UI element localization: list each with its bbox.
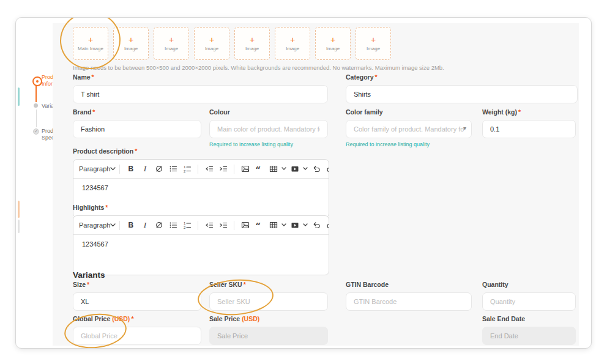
product-form-card: Product Information Variants ✓ Product S… xyxy=(15,17,592,349)
insert-image-button[interactable] xyxy=(238,162,252,176)
plus-icon: + xyxy=(88,35,93,44)
image-upload-box[interactable]: + Image xyxy=(356,27,391,60)
weight-field: Weight (kg)* xyxy=(482,108,576,138)
decrease-indent-icon xyxy=(205,221,214,229)
image-box-label: Main Image xyxy=(78,46,103,51)
step-connector xyxy=(36,110,37,127)
redo-button[interactable] xyxy=(323,162,329,176)
insert-table-button[interactable] xyxy=(266,218,280,232)
category-field: Category* xyxy=(346,73,578,103)
image-upload-box[interactable]: + Image xyxy=(315,27,351,60)
decrease-indent-button[interactable] xyxy=(202,218,216,232)
gutter-mark-teal xyxy=(18,87,20,106)
redo-icon xyxy=(326,221,329,229)
link-icon xyxy=(155,221,163,229)
insert-media-icon xyxy=(291,165,299,173)
link-icon xyxy=(155,165,163,173)
undo-button[interactable] xyxy=(309,218,323,232)
seller-sku-field: Seller SKU* xyxy=(209,281,328,311)
step-indicator-product-specification[interactable]: ✓ xyxy=(33,128,39,135)
colour-label: Colour xyxy=(209,108,328,116)
image-requirements-hint: Image needs to be between 500×500 and 20… xyxy=(73,64,444,71)
decrease-indent-button[interactable] xyxy=(202,162,216,176)
weight-input[interactable] xyxy=(482,120,576,138)
image-upload-box[interactable]: + Image xyxy=(275,27,310,60)
insert-media-button[interactable] xyxy=(288,218,302,232)
undo-button[interactable] xyxy=(309,162,323,176)
italic-button[interactable]: I xyxy=(138,162,152,176)
bold-button[interactable]: B xyxy=(124,218,138,232)
numbered-list-button[interactable]: 12 xyxy=(180,162,194,176)
bulleted-list-button[interactable] xyxy=(166,162,180,176)
image-upload-box[interactable]: + Image xyxy=(113,27,149,60)
name-field: Name* xyxy=(73,73,328,103)
redo-icon xyxy=(326,165,329,173)
numbered-list-button[interactable]: 12 xyxy=(180,218,194,232)
bulleted-list-button[interactable] xyxy=(166,218,180,232)
brand-input[interactable] xyxy=(73,120,201,138)
category-label: Category* xyxy=(346,73,578,81)
main-image-upload-box[interactable]: + Main Image xyxy=(73,27,108,60)
image-box-label: Image xyxy=(124,46,138,51)
editor-toolbar: Paragraph B I 12 “ xyxy=(73,160,329,179)
toolbar-divider xyxy=(234,221,234,230)
insert-media-icon xyxy=(291,221,299,229)
increase-indent-button[interactable] xyxy=(216,162,230,176)
image-upload-box[interactable]: + Image xyxy=(234,27,270,60)
highlights-label: Highlights* xyxy=(73,204,329,212)
insert-media-button[interactable] xyxy=(288,162,302,176)
block-quote-button[interactable]: “ xyxy=(252,218,266,232)
toolbar-divider xyxy=(198,221,198,230)
seller-sku-input[interactable] xyxy=(209,292,328,311)
table-dropdown-caret[interactable] xyxy=(280,162,288,176)
insert-table-button[interactable] xyxy=(266,162,280,176)
bulleted-list-icon xyxy=(169,221,177,229)
link-button[interactable] xyxy=(152,162,166,176)
increase-indent-button[interactable] xyxy=(216,218,230,232)
link-button[interactable] xyxy=(152,218,166,232)
highlights-field: Highlights* xyxy=(73,204,329,215)
plus-icon: + xyxy=(209,35,214,44)
colour-helper-text: Required to increase listing quality xyxy=(209,141,328,147)
image-upload-box[interactable]: + Image xyxy=(194,27,229,60)
redo-button[interactable] xyxy=(323,218,329,232)
svg-text:1: 1 xyxy=(184,221,186,225)
colour-input[interactable] xyxy=(209,120,328,138)
quantity-input[interactable] xyxy=(482,292,576,311)
table-dropdown-caret[interactable] xyxy=(280,218,288,232)
numbered-list-icon: 12 xyxy=(183,165,192,173)
plus-icon: + xyxy=(371,35,376,44)
insert-image-button[interactable] xyxy=(238,218,252,232)
gtin-barcode-input[interactable] xyxy=(346,292,472,311)
media-dropdown-caret[interactable] xyxy=(302,218,309,232)
sale-price-input[interactable] xyxy=(209,327,328,345)
seller-sku-label: Seller SKU* xyxy=(209,281,328,289)
color-family-select[interactable] xyxy=(346,120,472,138)
image-box-label: Image xyxy=(326,46,340,51)
chevron-down-icon xyxy=(303,223,308,227)
step-connector xyxy=(35,86,37,102)
italic-button[interactable]: I xyxy=(138,218,152,232)
brand-label: Brand* xyxy=(73,108,201,116)
step-indicator-variants[interactable] xyxy=(34,103,38,108)
media-dropdown-caret[interactable] xyxy=(302,162,309,176)
block-quote-button[interactable]: “ xyxy=(252,162,266,176)
colour-field: Colour Required to increase listing qual… xyxy=(209,108,328,147)
paragraph-style-dropdown[interactable]: Paragraph xyxy=(79,221,116,229)
color-family-label: Color family xyxy=(346,108,472,116)
image-upload-box[interactable]: + Image xyxy=(154,27,189,60)
sale-end-date-input[interactable] xyxy=(482,327,576,345)
highlights-content[interactable]: 1234567 xyxy=(73,235,329,275)
form-panel: + Main Image + Image + Image + Image + I… xyxy=(53,23,579,346)
category-input[interactable] xyxy=(346,85,578,103)
increase-indent-icon xyxy=(219,165,228,173)
size-label: Size* xyxy=(73,281,201,289)
size-input[interactable] xyxy=(73,292,201,311)
global-price-input[interactable] xyxy=(73,327,201,345)
quantity-label: Quantity xyxy=(482,281,576,289)
step-indicator-product-information[interactable] xyxy=(32,76,42,86)
bold-button[interactable]: B xyxy=(124,162,138,176)
plus-icon: + xyxy=(129,35,133,44)
name-input[interactable] xyxy=(73,85,328,103)
paragraph-style-dropdown[interactable]: Paragraph xyxy=(79,165,116,173)
